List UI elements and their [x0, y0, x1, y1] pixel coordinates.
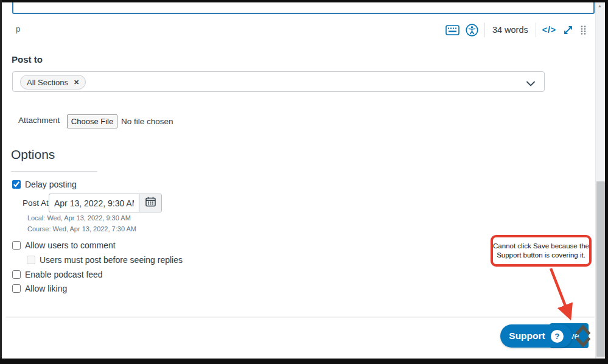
- canvas-discussion-edit-page: p 34 words </>: [0, 0, 608, 364]
- editor-statusbar: 34 words </>: [430, 22, 587, 38]
- podcast-feed-label: Enable podcast feed: [25, 270, 103, 279]
- annotation-arrow: [540, 267, 583, 324]
- statusbar-divider: [536, 23, 536, 37]
- options-underline: [11, 171, 97, 172]
- statusbar-divider: [484, 23, 485, 37]
- allow-liking-checkbox[interactable]: [12, 284, 21, 293]
- post-to-label: Post to: [12, 54, 43, 65]
- chevron-down-icon: [526, 79, 536, 89]
- scrollbar-up-icon[interactable]: ▲: [598, 4, 602, 8]
- window-border-left: [0, 0, 2, 364]
- choose-file-button[interactable]: Choose File: [67, 114, 117, 128]
- keyboard-shortcuts-icon[interactable]: [446, 25, 459, 35]
- calendar-icon: [145, 197, 156, 209]
- support-button-label: Support: [509, 331, 545, 341]
- fullscreen-expand-icon[interactable]: [562, 24, 574, 36]
- delay-posting-checkbox[interactable]: [12, 180, 21, 189]
- must-post-first-checkbox[interactable]: [27, 256, 35, 264]
- allow-comment-label: Allow users to comment: [25, 240, 116, 250]
- allow-comment-checkbox[interactable]: [12, 241, 21, 250]
- window-border-top: [0, 0, 608, 2]
- podcast-feed-checkbox[interactable]: [12, 270, 21, 279]
- post-to-section-select[interactable]: All Sections ✕: [12, 71, 545, 92]
- scrollbar-thumb[interactable]: [596, 181, 605, 357]
- annotation-line-2: Support button is covering it.: [497, 251, 585, 260]
- options-heading: Options: [11, 147, 55, 162]
- scroll-up-down-icon[interactable]: [576, 324, 590, 348]
- attachment-label: Attachment: [18, 116, 60, 125]
- html-editor-icon[interactable]: </>: [542, 25, 556, 35]
- scrollbar[interactable]: ▲: [595, 2, 605, 359]
- calendar-button[interactable]: [139, 194, 162, 212]
- selected-section-label: All Sections: [27, 78, 68, 87]
- annotation-callout: Cannot click Save because the Support bu…: [491, 235, 592, 267]
- annotation-line-1: Cannot click Save because the: [493, 242, 589, 251]
- support-button[interactable]: Support ?: [500, 324, 572, 348]
- window-border-bottom: [0, 359, 608, 364]
- allow-liking-label: Allow liking: [25, 284, 67, 293]
- course-time-text: Course: Wed, Apr 13, 2022, 7:30 AM: [27, 225, 136, 233]
- window-border-right: [605, 0, 608, 364]
- accessibility-checker-icon[interactable]: [466, 24, 478, 37]
- editor-block-indicator: p: [16, 24, 20, 33]
- resize-drag-handle-icon[interactable]: [580, 25, 587, 35]
- remove-section-icon[interactable]: ✕: [74, 79, 79, 86]
- footer-divider: [6, 317, 595, 318]
- delay-posting-label: Delay posting: [25, 180, 77, 189]
- help-question-icon: ?: [551, 330, 564, 343]
- word-count: 34 words: [491, 25, 529, 35]
- local-time-text: Local: Wed, Apr 13, 2022, 9:30 AM: [27, 214, 131, 222]
- post-at-label: Post At: [23, 198, 49, 208]
- no-file-chosen-text: No file chosen: [121, 117, 173, 126]
- selected-section-tag[interactable]: All Sections ✕: [20, 75, 86, 89]
- post-at-date-input[interactable]: [49, 194, 139, 212]
- must-post-first-label: Users must post before seeing replies: [40, 255, 183, 265]
